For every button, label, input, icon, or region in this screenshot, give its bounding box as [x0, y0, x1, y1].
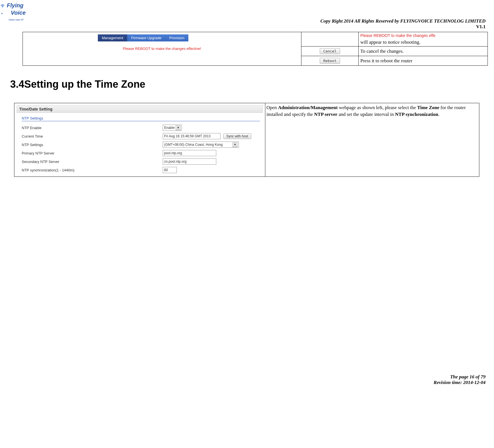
reboot-warning-trunc: Please REBOOT to make the changes effe: [360, 33, 486, 38]
reboot-button[interactable]: Reboot: [320, 58, 340, 64]
desc-admin-bold: Administration/Management: [278, 105, 338, 110]
header-right: Copy Right 2014 All Rights Reserved by F…: [8, 18, 486, 30]
row-ntp-settings: NTP Settings (GMT+08:00) China Coast, Ho…: [17, 140, 263, 149]
row-ntp-enable: NTP Enable Enable ▼: [17, 123, 263, 132]
desc-period: .: [438, 112, 439, 117]
brand-logo: Flying Voice Voice over IP: [0, 2, 26, 22]
row-secondary-ntp: Secondary NTP Server cn.pool.ntp.org: [17, 157, 263, 166]
time-date-panel: Time/Date Setting NTP Settings NTP Enabl…: [16, 104, 264, 175]
select-ntp-timezone[interactable]: (GMT+08:00) China Coast, Hong Kong ▼: [163, 142, 239, 148]
empty-btn-cell: [301, 32, 359, 47]
reboot-desc-cell: Press it to reboot the router: [359, 56, 488, 66]
footer-page: The page 16 of 79: [8, 374, 486, 380]
desc-ntp-server-bold: NTP server: [314, 112, 338, 117]
desc-after-ntp: and set the update interval in: [338, 112, 395, 117]
logo-tagline: Voice over IP: [8, 18, 23, 21]
chevron-down-icon: ▼: [176, 125, 180, 130]
panel-section-ntp: NTP Settings: [22, 116, 260, 121]
wifi-icon: [0, 3, 5, 10]
section-heading: 3.4Setting up the Time Zone: [10, 78, 486, 90]
select-ntp-enable[interactable]: Enable ▼: [163, 125, 182, 131]
tab-firmware-upgrade[interactable]: Firmware Upgrade: [127, 34, 166, 41]
timezone-panel-cell: Time/Date Setting NTP Settings NTP Enabl…: [14, 103, 265, 177]
desc-ntp-sync-bold: NTP synchronization: [395, 112, 438, 117]
desc-timezone-bold: Time Zone: [417, 105, 439, 110]
version-line: V1.1: [8, 24, 486, 30]
tab-management[interactable]: Management: [98, 34, 127, 41]
reboot-notice-cell: Please REBOOT to make the changes effe w…: [359, 32, 488, 47]
label-current-time: Current Time: [22, 134, 163, 138]
label-primary-ntp: Primary NTP Server: [22, 151, 163, 155]
wifi-icon-2: [0, 11, 4, 16]
desc-after-admin: webpage as shown left, please select the: [338, 105, 417, 110]
appear-notice-text: will appear to notice rebooting.: [360, 39, 420, 45]
reboot-btn-cell: Reboot: [301, 56, 359, 66]
cancel-desc-cell: To cancel the changes.: [359, 47, 488, 56]
select-ntp-enable-value: Enable: [164, 125, 175, 130]
timezone-table: Time/Date Setting NTP Settings NTP Enabl…: [14, 103, 479, 177]
input-secondary-ntp[interactable]: cn.pool.ntp.org: [163, 158, 216, 165]
label-ntp-sync-interval: NTP synchronization(1 - 1440m): [22, 168, 163, 172]
tabs-row: ManagementFirmware UpgradeProvision: [98, 34, 299, 41]
input-ntp-sync-interval[interactable]: 60: [163, 167, 177, 173]
input-primary-ntp[interactable]: pool.ntp.org: [163, 150, 216, 156]
top-table: ManagementFirmware UpgradeProvision Plea…: [23, 32, 488, 66]
row-primary-ntp: Primary NTP Server pool.ntp.org: [17, 149, 263, 157]
cancel-button[interactable]: Cancel: [320, 48, 340, 54]
row-current-time: Current Time Fri Aug 16 15:46:59 GMT 201…: [17, 132, 263, 140]
label-ntp-enable: NTP Enable: [22, 126, 163, 130]
logo-text-flying: Flying: [7, 2, 23, 8]
row-ntp-sync-interval: NTP synchronization(1 - 1440m) 60: [17, 166, 263, 174]
select-ntp-timezone-value: (GMT+08:00) China Coast, Hong Kong: [164, 142, 223, 147]
footer-revision: Revision time: 2014-12-04: [8, 380, 486, 385]
timezone-description-cell: Open Administration/Management webpage a…: [265, 103, 479, 177]
sync-with-host-button[interactable]: Sync with host: [223, 133, 251, 139]
tabs-screenshot-cell: ManagementFirmware UpgradeProvision Plea…: [23, 32, 301, 66]
panel-title: Time/Date Setting: [17, 105, 263, 113]
footer: The page 16 of 79 Revision time: 2014-12…: [8, 374, 486, 385]
cancel-btn-cell: Cancel: [301, 47, 359, 56]
desc-open: Open: [266, 105, 278, 110]
chevron-down-icon: ▼: [233, 142, 237, 147]
copyright-line: Copy Right 2014 All Rights Reserved by F…: [8, 18, 486, 24]
tab-provision[interactable]: Provision: [166, 34, 188, 41]
label-secondary-ntp: Secondary NTP Server: [22, 160, 163, 164]
logo-text-voice: Voice: [11, 10, 26, 16]
label-ntp-settings: NTP Settings: [22, 143, 163, 147]
reboot-warning-full: Please REBOOT to make the changes effect…: [25, 47, 299, 51]
input-current-time[interactable]: Fri Aug 16 15:46:59 GMT 2013: [163, 133, 220, 139]
